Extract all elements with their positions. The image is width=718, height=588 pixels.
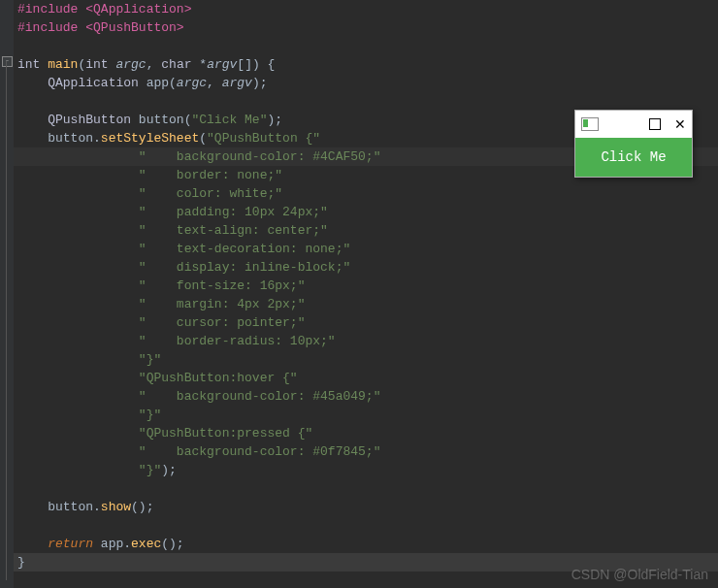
code-line: #include <QApplication> <box>14 0 718 18</box>
code-line: " color: white;" <box>14 184 718 203</box>
window-app-icon <box>581 117 599 131</box>
code-line: "}"); <box>14 461 718 479</box>
code-line: QApplication app(argc, argv); <box>14 74 718 92</box>
code-line: return app.exec(); <box>14 535 718 553</box>
code-line: button.show(); <box>14 498 718 516</box>
fold-guide <box>6 61 7 580</box>
output-window[interactable]: ✕ Click Me <box>574 110 693 178</box>
code-line: #include <QPushButton> <box>14 18 718 37</box>
code-line: "QPushButton:hover {" <box>14 369 718 387</box>
close-icon[interactable]: ✕ <box>674 119 686 129</box>
code-line <box>14 92 718 111</box>
click-me-button[interactable]: Click Me <box>575 138 692 177</box>
code-line: " background-color: #0f7845;" <box>14 442 718 461</box>
code-line <box>14 479 718 498</box>
code-line <box>14 516 718 535</box>
code-line <box>14 37 718 55</box>
code-line: " text-decoration: none;" <box>14 240 718 258</box>
code-line: " background-color: #45a049;" <box>14 387 718 406</box>
code-line: int main(int argc, char *argv[]) { <box>14 55 718 74</box>
code-line: "}" <box>14 350 718 369</box>
code-line: " display: inline-block;" <box>14 258 718 277</box>
editor-gutter: - <box>0 0 14 588</box>
code-line: " padding: 10px 24px;" <box>14 203 718 221</box>
code-line: " margin: 4px 2px;" <box>14 295 718 313</box>
code-line: " text-align: center;" <box>14 221 718 240</box>
code-line: } <box>14 553 718 572</box>
window-titlebar[interactable]: ✕ <box>575 111 692 138</box>
code-editor[interactable]: - #include <QApplication> #include <QPus… <box>0 0 718 588</box>
code-line: " font-size: 16px;" <box>14 277 718 295</box>
code-line: " border-radius: 10px;" <box>14 332 718 350</box>
fold-toggle-icon[interactable]: - <box>2 56 13 67</box>
maximize-icon[interactable] <box>649 118 661 130</box>
code-line: "QPushButton:pressed {" <box>14 424 718 442</box>
code-line: " cursor: pointer;" <box>14 313 718 332</box>
code-area[interactable]: #include <QApplication> #include <QPushB… <box>14 0 718 588</box>
code-line: "}" <box>14 406 718 424</box>
